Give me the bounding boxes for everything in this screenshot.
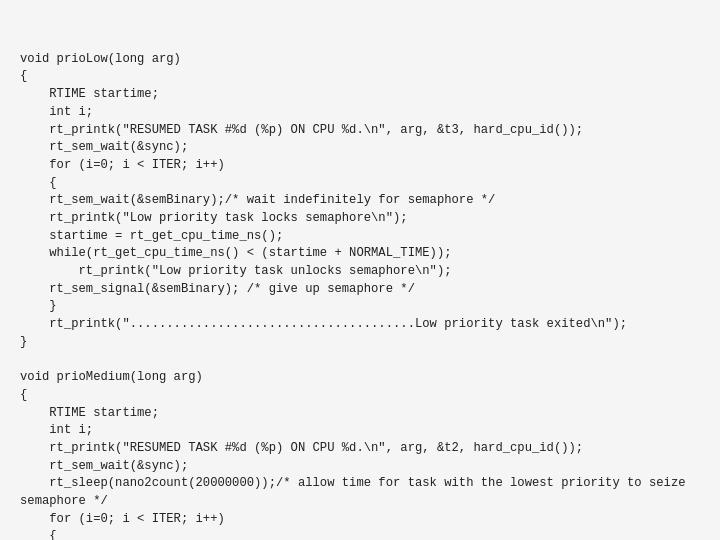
code-content: void prioLow(long arg) { RTIME startime;… — [20, 51, 700, 540]
code-editor: void prioLow(long arg) { RTIME startime;… — [0, 0, 720, 540]
